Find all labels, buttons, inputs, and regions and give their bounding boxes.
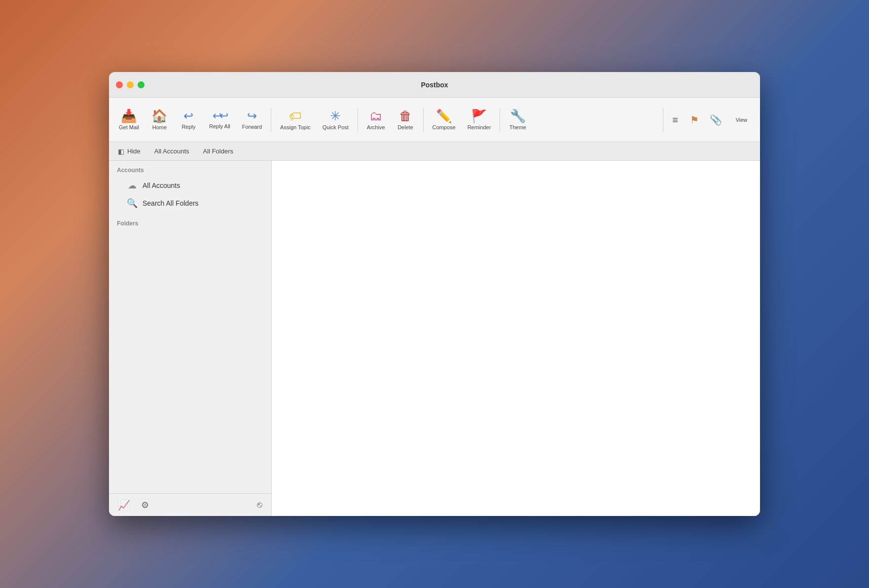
- sidebar: Accounts ☁ All Accounts 🔍 Search All Fol…: [109, 161, 272, 516]
- separator-2: [358, 108, 358, 132]
- folder-bar: ◧ Hide All Accounts All Folders: [109, 142, 760, 161]
- assign-topic-button[interactable]: 🏷 Assign Topic: [275, 107, 316, 133]
- menu-button[interactable]: ≡: [666, 112, 684, 128]
- theme-button[interactable]: 🔧 Theme: [504, 107, 531, 133]
- forward-icon: ↪: [247, 110, 257, 122]
- assign-topic-label: Assign Topic: [280, 124, 311, 130]
- close-button[interactable]: [116, 81, 123, 88]
- sidebar-spacer: [109, 230, 271, 493]
- quick-post-button[interactable]: ✳ Quick Post: [318, 107, 354, 133]
- signout-button[interactable]: ⎋: [255, 498, 264, 512]
- accounts-section-label: Accounts: [109, 161, 271, 177]
- sidebar-footer: 📈 ⚙ ⎋: [109, 493, 271, 516]
- reply-all-label: Reply All: [209, 123, 230, 129]
- archive-label: Archive: [367, 124, 385, 130]
- compose-icon: ✏️: [436, 110, 452, 122]
- compose-button[interactable]: ✏️ Compose: [428, 107, 461, 133]
- main-content: Accounts ☁ All Accounts 🔍 Search All Fol…: [109, 161, 760, 516]
- content-pane: [272, 161, 760, 516]
- all-folders-tab[interactable]: All Folders: [200, 147, 236, 156]
- app-window: Postbox 📥 Get Mail 🏠 Home ↩ Reply ↩↩ Rep…: [109, 72, 760, 516]
- theme-icon: 🔧: [510, 110, 526, 122]
- get-mail-label: Get Mail: [119, 124, 139, 130]
- reply-all-icon: ↩↩: [213, 110, 226, 121]
- archive-button[interactable]: 🗂 Archive: [362, 107, 390, 133]
- all-folders-tab-label: All Folders: [203, 147, 233, 155]
- activity-button[interactable]: 📈: [116, 497, 132, 513]
- hide-icon: ◧: [118, 147, 124, 155]
- maximize-button[interactable]: [138, 81, 145, 88]
- forward-button[interactable]: ↪ Forward: [237, 107, 267, 133]
- theme-label: Theme: [509, 124, 526, 130]
- folders-section-label: Folders: [109, 212, 271, 230]
- menu-icon: ≡: [672, 115, 678, 125]
- search-all-folders-label: Search All Folders: [143, 199, 199, 207]
- attachment-icon: 📎: [710, 115, 722, 125]
- separator-3: [423, 108, 424, 132]
- all-accounts-tab-label: All Accounts: [154, 147, 189, 155]
- all-accounts-tab[interactable]: All Accounts: [151, 147, 192, 156]
- search-icon: 🔍: [127, 198, 138, 209]
- assign-topic-icon: 🏷: [289, 110, 302, 122]
- all-accounts-label: All Accounts: [143, 182, 180, 189]
- separator-4: [500, 108, 500, 132]
- home-label: Home: [152, 124, 167, 130]
- reply-label: Reply: [181, 124, 195, 130]
- attachment-button[interactable]: 📎: [705, 112, 727, 128]
- sidebar-item-search-all-folders[interactable]: 🔍 Search All Folders: [112, 195, 268, 212]
- reply-all-button[interactable]: ↩↩ Reply All: [204, 108, 235, 132]
- archive-icon: 🗂: [369, 110, 382, 122]
- forward-label: Forward: [242, 124, 262, 130]
- toolbar-right: ≡ ⚑ 📎 View: [661, 108, 755, 132]
- get-mail-button[interactable]: 📥 Get Mail: [114, 107, 144, 133]
- reply-button[interactable]: ↩ Reply: [175, 107, 202, 133]
- reminder-icon: 🚩: [471, 110, 487, 122]
- title-bar: Postbox: [109, 72, 760, 98]
- view-label: View: [736, 117, 748, 123]
- get-mail-icon: 📥: [121, 110, 137, 122]
- reminder-button[interactable]: 🚩 Reminder: [463, 107, 496, 133]
- settings-button[interactable]: ⚙: [139, 498, 151, 513]
- quick-post-icon: ✳: [330, 110, 341, 122]
- delete-button[interactable]: 🗑 Delete: [392, 107, 419, 133]
- separator-5: [663, 108, 663, 132]
- quick-post-label: Quick Post: [323, 124, 349, 130]
- separator-1: [271, 108, 271, 132]
- minimize-button[interactable]: [127, 81, 134, 88]
- reminder-label: Reminder: [468, 124, 491, 130]
- window-title: Postbox: [421, 81, 448, 89]
- home-button[interactable]: 🏠 Home: [146, 107, 173, 133]
- reply-icon: ↩: [183, 110, 193, 122]
- flag-icon: ⚑: [690, 115, 699, 125]
- traffic-lights: [116, 81, 145, 88]
- view-button[interactable]: View: [728, 114, 755, 126]
- delete-icon: 🗑: [399, 110, 412, 122]
- sidebar-item-all-accounts[interactable]: ☁ All Accounts: [112, 177, 268, 194]
- home-icon: 🏠: [151, 110, 167, 122]
- flag-button[interactable]: ⚑: [685, 112, 704, 128]
- cloud-icon: ☁: [127, 180, 138, 191]
- toolbar: 📥 Get Mail 🏠 Home ↩ Reply ↩↩ Reply All ↪…: [109, 98, 760, 142]
- hide-label: Hide: [127, 147, 141, 155]
- hide-button[interactable]: ◧ Hide: [115, 147, 144, 156]
- compose-label: Compose: [433, 124, 456, 130]
- delete-label: Delete: [398, 124, 413, 130]
